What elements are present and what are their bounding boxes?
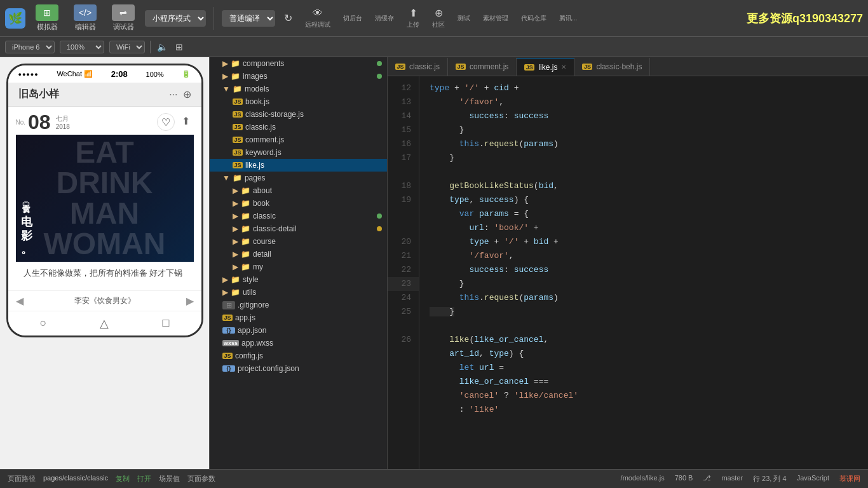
folder-icon-style: 📁: [231, 275, 240, 284]
code-repo-button[interactable]: 代码仓库: [517, 11, 550, 25]
code-content-area[interactable]: 12 13 14 15 16 17 18 19 20 21 22 23 24 2…: [388, 76, 868, 469]
folder-expand-icon: ▶: [222, 288, 228, 297]
mode-select[interactable]: 小程序模式: [145, 10, 206, 27]
main-area: ●●●●● WeChat 📶 2:08 100% 🔋 旧岛小样 ··· ⊕: [0, 57, 868, 469]
folder-expand-icon: ▶: [233, 224, 238, 233]
menu-dots[interactable]: ···: [169, 89, 177, 100]
tencent-button[interactable]: 腾讯...: [555, 11, 581, 25]
folder-about[interactable]: ▶ 📁 about: [210, 184, 387, 197]
params-button[interactable]: 页面参数: [187, 474, 215, 484]
community-button[interactable]: ⊕ 社区: [428, 4, 449, 32]
branch-icon: ⎇: [703, 474, 711, 484]
folder-expand-icon: ▼: [222, 85, 230, 93]
folder-icon-book: 📁: [241, 199, 250, 208]
upload-icon: ⬆: [409, 7, 417, 19]
tab-comment-js[interactable]: JS comment.js: [448, 58, 517, 76]
editor-button[interactable]: </> 编辑器: [69, 2, 102, 34]
file-size: 780 B: [675, 474, 693, 484]
folder-icon-pages: 📁: [233, 173, 242, 182]
folder-expand-icon: ▶: [233, 262, 238, 271]
battery-icon: 🔋: [182, 70, 191, 78]
folder-my[interactable]: ▶ 📁 my: [210, 261, 387, 273]
language-indicator: JavaScript: [797, 474, 829, 484]
issue-label: No.: [16, 119, 26, 126]
folder-classic[interactable]: ▶ 📁 classic: [210, 210, 387, 222]
more-icon[interactable]: ⊕: [183, 88, 191, 100]
folder-components[interactable]: ▶ 📁 components: [210, 57, 387, 70]
like-button[interactable]: ♡: [157, 113, 175, 131]
file-comment-js[interactable]: JS comment.js: [210, 133, 387, 146]
folder-detail[interactable]: ▶ 📁 detail: [210, 248, 387, 261]
movie-type-badge: 电 影 。: [21, 215, 32, 257]
preview-button[interactable]: 👁 远程调试: [301, 5, 334, 32]
folder-pages[interactable]: ▼ 📁 pages: [210, 172, 387, 184]
share-button[interactable]: ⬆: [179, 113, 194, 128]
clear-button[interactable]: 清缓存: [371, 11, 398, 25]
nav-home[interactable]: ○: [40, 316, 47, 330]
file-app-json[interactable]: {} app.json: [210, 324, 387, 337]
copy-button[interactable]: 复制: [116, 474, 130, 484]
folder-icon-detail: 📁: [241, 250, 250, 259]
file-like-js[interactable]: JS like.js: [210, 159, 387, 172]
material-button[interactable]: 素材管理: [479, 11, 512, 25]
folder-images[interactable]: ▶ 📁 images: [210, 70, 387, 83]
code-editor-panel: JS classic.js JS comment.js JS like.js ✕…: [388, 57, 868, 469]
next-button[interactable]: ▶: [186, 295, 194, 307]
file-classic-js[interactable]: JS classic.js: [210, 121, 387, 133]
rotate-icon[interactable]: ⊞: [174, 41, 184, 53]
device-select[interactable]: iPhone 6: [5, 41, 55, 53]
tab-classic-js[interactable]: JS classic.js: [388, 58, 448, 76]
prev-button[interactable]: ◀: [16, 295, 24, 307]
zoom-select[interactable]: 100%: [60, 41, 104, 53]
toolbar-icons: 🔈 ⊞: [156, 41, 184, 53]
folder-models[interactable]: ▼ 📁 models: [210, 83, 387, 95]
separator: [214, 7, 214, 30]
player-title: 李安《饮食男女》: [74, 295, 135, 306]
folder-expand-icon: ▶: [233, 186, 238, 195]
toolbar-separator: [150, 41, 151, 53]
simulator-button[interactable]: ⊞ 模拟器: [31, 2, 64, 34]
nav-back[interactable]: △: [100, 316, 109, 330]
folder-style[interactable]: ▶ 📁 style: [210, 273, 387, 286]
volume-icon[interactable]: 🔈: [156, 41, 169, 53]
cut-button[interactable]: 切后台: [339, 11, 366, 25]
folder-icon-utils: 📁: [231, 288, 240, 297]
debug-button[interactable]: ⇌ 调试器: [107, 2, 140, 34]
network-select[interactable]: WiFi: [109, 41, 145, 53]
folder-icon-images: 📁: [231, 72, 240, 81]
nav-square[interactable]: □: [163, 316, 170, 330]
file-tree-panel: ▶ 📁 components ▶ 📁 images ▼ 📁 models JS …: [210, 57, 388, 469]
status-dot: [377, 226, 382, 231]
close-tab-icon[interactable]: ✕: [561, 64, 566, 71]
folder-expand-icon: ▼: [222, 173, 230, 182]
file-gitignore[interactable]: ⊞ .gitignore: [210, 299, 387, 311]
folder-book[interactable]: ▶ 📁 book: [210, 197, 387, 210]
upload-button[interactable]: ⬆ 上传: [403, 4, 423, 32]
movie-card: No. 08 七月 2018 ♡ ⬆ EATDRI: [8, 107, 201, 290]
file-classic-storage-js[interactable]: JS classic-storage.js: [210, 108, 387, 121]
file-app-js[interactable]: JS app.js: [210, 311, 387, 324]
compile-select[interactable]: 普通编译: [222, 10, 275, 27]
folder-utils[interactable]: ▶ 📁 utils: [210, 286, 387, 299]
file-keyword-js[interactable]: JS keyword.js: [210, 146, 387, 159]
scene-button[interactable]: 场景值: [159, 474, 180, 484]
wechat-header: 旧岛小样 ··· ⊕: [8, 83, 201, 107]
file-project-config-json[interactable]: {} project.config.json: [210, 362, 387, 375]
community-icon: ⊕: [435, 7, 443, 19]
refresh-button[interactable]: ↻: [280, 10, 296, 27]
test-button[interactable]: 测试: [454, 11, 474, 25]
movie-header: No. 08 七月 2018 ♡ ⬆: [16, 112, 194, 132]
logo-watermark: 慕课网: [839, 474, 860, 484]
tab-classic-beh-js[interactable]: JS classic-beh.js: [574, 58, 650, 76]
folder-course[interactable]: ▶ 📁 course: [210, 235, 387, 248]
folder-classic-detail[interactable]: ▶ 📁 classic-detail: [210, 222, 387, 235]
folder-icon-my: 📁: [241, 262, 250, 271]
file-app-wxss[interactable]: wxss app.wxss: [210, 337, 387, 349]
open-button[interactable]: 打开: [137, 474, 151, 484]
code-text[interactable]: type + '/' + cid + '/favor', success: su…: [419, 76, 868, 469]
folder-icon-components: 📁: [231, 59, 240, 68]
tab-like-js[interactable]: JS like.js ✕: [517, 58, 574, 76]
bottom-nav: ○ △ □: [8, 311, 201, 336]
file-config-js[interactable]: JS config.js: [210, 349, 387, 362]
file-book-js[interactable]: JS book.js: [210, 95, 387, 108]
